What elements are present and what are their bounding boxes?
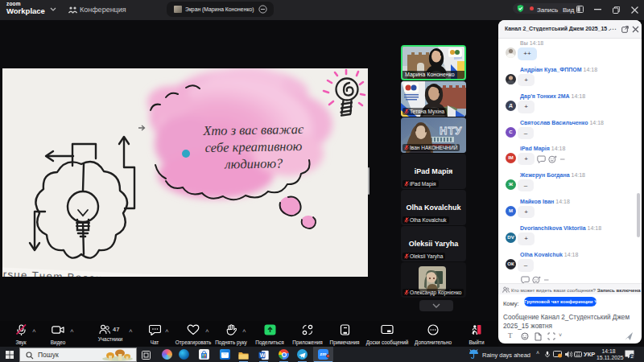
svg-text:НТУ: НТУ bbox=[440, 125, 462, 137]
svg-text:W: W bbox=[260, 352, 266, 358]
